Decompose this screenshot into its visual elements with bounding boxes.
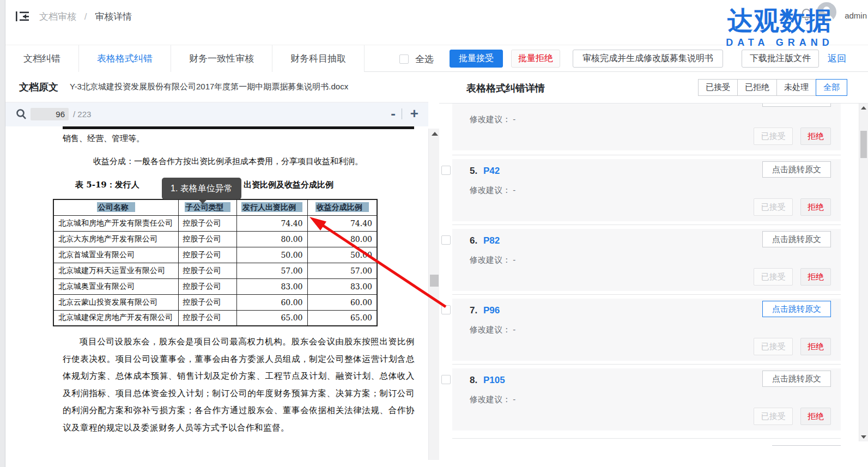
list-divider bbox=[452, 364, 841, 365]
document-scrollbar[interactable] bbox=[428, 129, 440, 460]
suggestion-label: 修改建议： bbox=[470, 114, 511, 124]
issue-checkbox[interactable] bbox=[441, 235, 451, 245]
doc-paragraph: 收益分成：一般各合作方按出资比例承担成本费用，分享项目收益和利润。 bbox=[93, 156, 363, 167]
issue-checkbox[interactable] bbox=[441, 375, 451, 384]
reject-button[interactable]: 拒绝 bbox=[800, 128, 831, 145]
accepted-button[interactable]: 已接受 bbox=[754, 408, 793, 425]
table-cell: 北京云蒙山投资发展有限公司 bbox=[53, 294, 178, 310]
issue-page-link[interactable]: P42 bbox=[483, 166, 500, 176]
zoom-in-button[interactable]: + bbox=[410, 105, 418, 122]
table-row: 北京城和房地产开发有限责任公司控股子公司74.4074.40 bbox=[53, 215, 377, 231]
jump-to-source-button[interactable]: 点击跳转原文 bbox=[762, 301, 831, 317]
batch-accept-button[interactable]: 批量接受 bbox=[450, 50, 503, 68]
suggestion-label: 修改建议： bbox=[470, 395, 511, 404]
table-cell: 控股子公司 bbox=[178, 215, 236, 231]
page-total-label: / 223 bbox=[73, 110, 91, 119]
issue-checkbox[interactable] bbox=[441, 166, 451, 175]
table-header-cell: 收益分成比例 bbox=[307, 199, 377, 215]
table-caption-right: 出资比例及收益分成比例 bbox=[244, 180, 333, 190]
document-toolbar: / 223 - + bbox=[5, 102, 428, 126]
user-avatar[interactable] bbox=[817, 2, 836, 22]
filter-2[interactable]: 已拒绝 bbox=[738, 79, 777, 96]
jump-to-source-button[interactable]: 点击跳转原文 bbox=[762, 231, 831, 247]
filter-3[interactable]: 未处理 bbox=[777, 79, 816, 96]
document-panel-header: 文档原文 Y-3北京城建投资发展股份有限公司2017年度第一期中期票据募集说明书… bbox=[5, 72, 428, 102]
batch-reject-button[interactable]: 批量拒绝 bbox=[511, 50, 560, 68]
table-cell: 控股子公司 bbox=[178, 310, 236, 326]
jump-to-source-button[interactable]: 点击跳转原文 bbox=[762, 161, 831, 178]
scrollbar-thumb[interactable] bbox=[430, 275, 439, 287]
download-annotated-button[interactable]: 下载批注版文件 bbox=[742, 50, 819, 68]
zoom-divider bbox=[402, 108, 402, 119]
table-row: 北京云蒙山投资发展有限公司控股子公司60.0060.00 bbox=[53, 294, 377, 310]
table-cell: 65.00 bbox=[307, 310, 377, 326]
breadcrumb-current: 审核详情 bbox=[95, 11, 132, 22]
table-header-cell: 发行人出资比例 bbox=[236, 199, 307, 215]
suggestion-value: - bbox=[513, 255, 515, 264]
app-window: 文档审核 / 审核详情 admin 达观数据 DATA GRAND 文档纠错表格… bbox=[0, 0, 868, 467]
accepted-button[interactable]: 已接受 bbox=[754, 128, 793, 145]
issue-suggestion: 修改建议： - bbox=[470, 114, 515, 125]
issue-page-link[interactable]: P96 bbox=[483, 305, 500, 316]
issue-title: 5. P42 bbox=[470, 166, 500, 177]
tab-2[interactable]: 表格格式纠错 bbox=[79, 45, 171, 72]
accepted-button[interactable]: 已接受 bbox=[754, 338, 793, 355]
reject-button[interactable]: 拒绝 bbox=[800, 408, 831, 425]
table-row: 北京大东房地产开发有限公司控股子公司80.0080.00 bbox=[53, 231, 377, 247]
reject-button[interactable]: 拒绝 bbox=[800, 268, 831, 286]
issue-suggestion: 修改建议： - bbox=[470, 255, 515, 265]
accepted-button[interactable]: 已接受 bbox=[754, 268, 793, 286]
table-row: 北京城奥置业有限公司控股子公司83.0083.00 bbox=[53, 278, 377, 294]
doc-paragraph: 销售、经营、管理等。 bbox=[63, 134, 144, 144]
issue-actions: 已接受 拒绝 bbox=[754, 128, 831, 145]
issue-number: 5. bbox=[470, 166, 480, 176]
table-cell: 57.00 bbox=[307, 263, 377, 278]
scroll-up-arrow-icon[interactable] bbox=[861, 106, 866, 110]
scrollbar-thumb[interactable] bbox=[860, 131, 867, 158]
jump-to-source-button[interactable]: 点击跳转原文 bbox=[762, 104, 831, 107]
table-row: 北京城建保定房地产开发有限公司控股子公司65.0065.00 bbox=[53, 310, 377, 326]
issue-filters: 已接受已拒绝未处理全部 bbox=[698, 79, 847, 96]
notification-bell-icon[interactable] bbox=[799, 7, 814, 22]
search-icon[interactable] bbox=[15, 108, 27, 120]
tab-4[interactable]: 财务科目抽取 bbox=[272, 45, 365, 72]
filter-1[interactable]: 已接受 bbox=[698, 79, 738, 96]
issues-scrollbar[interactable] bbox=[859, 104, 868, 441]
issue-page-link[interactable]: P82 bbox=[483, 235, 500, 246]
document-table: 公司名称子公司类型发行人出资比例收益分成比例北京城和房地产开发有限责任公司控股子… bbox=[53, 199, 378, 326]
issue-checkbox[interactable] bbox=[441, 305, 451, 314]
collapsed-sidebar-strip bbox=[0, 0, 5, 467]
breadcrumb: 文档审核 / 审核详情 bbox=[39, 10, 132, 23]
finish-generate-button[interactable]: 审核完成并生成修改版募集说明书 bbox=[573, 50, 723, 68]
issue-page-link[interactable]: P105 bbox=[483, 375, 505, 385]
select-all-checkbox[interactable] bbox=[399, 54, 409, 64]
reject-button[interactable]: 拒绝 bbox=[800, 198, 831, 216]
table-caption-left: 表 5-19：发行人 bbox=[75, 180, 139, 190]
back-button[interactable]: 返回 bbox=[828, 52, 846, 65]
scroll-down-arrow-icon[interactable] bbox=[861, 435, 866, 439]
issue-card: 5. P42 点击跳转原文 修改建议： - 已接受 拒绝 bbox=[452, 159, 841, 221]
menu-collapse-icon[interactable] bbox=[15, 10, 29, 23]
select-all-control[interactable]: 全选 bbox=[399, 53, 434, 65]
tab-3[interactable]: 财务一致性审核 bbox=[171, 45, 272, 72]
issue-suggestion: 修改建议： - bbox=[470, 325, 515, 335]
issue-list: 点击跳转原文 修改建议： - 已接受 拒绝 5. P42 点击跳转原文 bbox=[439, 104, 851, 460]
scroll-up-arrow-icon[interactable] bbox=[432, 132, 438, 136]
issue-card: 8. P105 点击跳转原文 修改建议： - 已接受 拒绝 bbox=[452, 368, 841, 430]
document-page[interactable]: 销售、经营、管理等。 收益分成：一般各合作方按出资比例承担成本费用，分享项目收益… bbox=[5, 126, 428, 460]
reject-button[interactable]: 拒绝 bbox=[800, 338, 831, 355]
document-panel: 文档原文 Y-3北京城建投资发展股份有限公司2017年度第一期中期票据募集说明书… bbox=[5, 72, 428, 467]
zoom-out-button[interactable]: - bbox=[391, 105, 396, 122]
jump-to-source-button[interactable]: 点击跳转原文 bbox=[762, 371, 831, 387]
username-label[interactable]: admin bbox=[845, 11, 867, 20]
breadcrumb-section[interactable]: 文档审核 bbox=[39, 11, 76, 22]
filter-4[interactable]: 全部 bbox=[816, 79, 847, 96]
page-number-input[interactable] bbox=[31, 108, 69, 120]
table-cell: 控股子公司 bbox=[178, 231, 236, 247]
tab-1[interactable]: 文档纠错 bbox=[5, 45, 79, 72]
bar-actions: 全选 批量接受 批量拒绝 审核完成并生成修改版募集说明书 下载批注版文件 返回 bbox=[399, 45, 868, 72]
issue-number: 8. bbox=[470, 375, 480, 385]
jump-to-source-button-partial[interactable] bbox=[772, 445, 841, 460]
accepted-button[interactable]: 已接受 bbox=[754, 198, 793, 216]
issue-number: 6. bbox=[470, 235, 480, 246]
